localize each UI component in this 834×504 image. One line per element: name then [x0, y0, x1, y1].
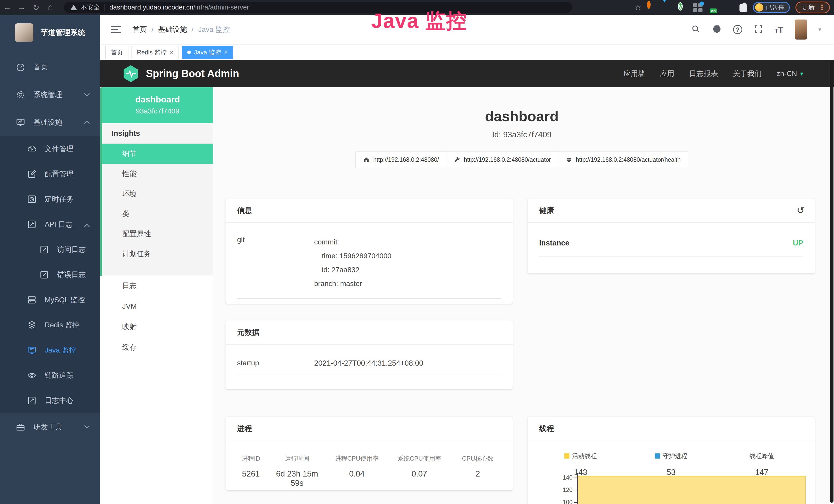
- info-git-row: git commit: time: 1596289704000 id: 27aa…: [237, 235, 501, 299]
- chevron-up-icon: [84, 224, 90, 229]
- sba-nav-applications[interactable]: 应用: [660, 69, 675, 78]
- extension-switch-on-icon[interactable]: on: [709, 3, 719, 12]
- sba-menu-jvm[interactable]: JVM: [102, 296, 213, 317]
- health-url-button[interactable]: http://192.168.0.2:48080/actuator/health: [558, 151, 688, 168]
- sidebar-item-api-logs[interactable]: API 日志: [0, 212, 100, 237]
- health-card-title: 健康: [539, 205, 554, 216]
- threads-card: 线程 活动线程 守护进程 线程峰值 143 53 147 140 120 100: [528, 417, 815, 504]
- sba-nav-wallboard[interactable]: 应用墙: [623, 69, 645, 78]
- sidebar-item-error-logs[interactable]: 错误日志: [0, 262, 100, 287]
- bookmark-star-icon[interactable]: ☆: [634, 3, 641, 12]
- actuator-url-button[interactable]: http://192.168.0.2:48080/actuator: [446, 151, 558, 168]
- sidebar-item-system[interactable]: 系统管理: [0, 81, 100, 109]
- process-card-title: 进程: [225, 417, 513, 441]
- extension-grid-icon[interactable]: [693, 3, 703, 12]
- live-threads-area-series: [578, 476, 806, 504]
- sba-menu-environment[interactable]: 环境: [102, 184, 213, 204]
- tag-redis-monitor[interactable]: Redis 监控 ×: [132, 46, 179, 59]
- url-domain[interactable]: dashboard.yudao.iocoder.cn: [109, 3, 193, 11]
- extensions-puzzle-icon[interactable]: [740, 4, 747, 12]
- page-title: dashboard: [213, 108, 830, 124]
- service-url-button[interactable]: http://192.168.0.2:48080/: [355, 151, 446, 168]
- sba-menu-config-props[interactable]: 配置属性: [102, 224, 213, 244]
- gear-icon: [16, 90, 26, 100]
- sba-brand[interactable]: Spring Boot Admin: [122, 64, 239, 84]
- close-icon[interactable]: ×: [224, 49, 227, 56]
- sba-language-select[interactable]: zh-CN ▾: [777, 70, 803, 78]
- instance-header[interactable]: dashboard 93a3fc7f7409: [102, 87, 213, 123]
- browser-menu-kebab-icon[interactable]: ⋮: [818, 3, 826, 12]
- sidebar-item-config-management[interactable]: 配置管理: [0, 161, 100, 187]
- sidebar-item-redis-monitor[interactable]: Redis 监控: [0, 313, 100, 338]
- sba-nav-about[interactable]: 关于我们: [733, 69, 762, 78]
- breadcrumb-infrastructure[interactable]: 基础设施: [158, 25, 187, 35]
- sba-nav-journal[interactable]: 日志报表: [689, 69, 718, 78]
- home-icon[interactable]: ⌂: [43, 3, 58, 12]
- info-row-label: git: [237, 235, 314, 291]
- extension-leaf-icon[interactable]: [724, 3, 734, 12]
- admin-sidebar: 芋道管理系统 首页 系统管理 基础设施 文件管理 配置管理: [0, 15, 100, 504]
- search-icon[interactable]: [691, 24, 701, 35]
- sba-menu-classes[interactable]: 类: [102, 204, 213, 224]
- sidebar-scrollbar-thumb[interactable]: [100, 87, 102, 276]
- sidebar-item-mysql-monitor[interactable]: MySQL 监控: [0, 287, 100, 313]
- log-icon: [39, 270, 49, 280]
- col-cpu-cores: CPU核心数: [451, 455, 505, 463]
- tag-home[interactable]: 首页: [105, 46, 128, 59]
- cloud-upload-icon: [27, 144, 37, 154]
- user-avatar[interactable]: [795, 20, 807, 40]
- forward-icon[interactable]: →: [14, 3, 29, 12]
- info-row-value: commit: time: 1596289704000 id: 27aa832 …: [314, 235, 391, 291]
- sidebar-item-java-monitor[interactable]: Java 监控: [0, 338, 100, 363]
- metadata-startup-row: startup 2021-04-27T00:44:31.254+08:00: [237, 359, 501, 375]
- val-pid: 5261: [233, 469, 269, 488]
- sba-menu-metrics[interactable]: 性能: [102, 164, 213, 184]
- sidebar-item-tracing[interactable]: 链路追踪: [0, 363, 100, 388]
- sba-menu-logs[interactable]: 日志: [102, 275, 213, 296]
- profile-chip-label: 已暂停: [766, 3, 785, 12]
- process-card: 进程 进程ID 运行时间 进程CPU使用率 系统CPU使用率 CPU核心数 52…: [225, 417, 513, 490]
- timer-icon: [27, 194, 37, 204]
- sidebar-item-log-center[interactable]: 日志中心: [0, 388, 100, 413]
- github-icon[interactable]: [712, 24, 722, 35]
- sba-menu-caches[interactable]: 缓存: [102, 337, 213, 358]
- browser-profile-chip[interactable]: 已暂停: [753, 2, 790, 13]
- hamburger-icon[interactable]: [111, 26, 121, 33]
- tag-java-monitor[interactable]: Java 监控 ×: [182, 46, 233, 59]
- sidebar-item-file-management[interactable]: 文件管理: [0, 136, 100, 161]
- sba-menu-details[interactable]: 细节: [102, 144, 213, 164]
- infra-icon: [16, 117, 26, 128]
- instance-id: 93a3fc7f7409: [102, 107, 213, 115]
- avatar-caret-icon[interactable]: ▾: [818, 26, 821, 33]
- url-path[interactable]: /infra/admin-server: [193, 3, 249, 11]
- text-size-icon[interactable]: TT: [775, 25, 784, 35]
- breadcrumb-home[interactable]: 首页: [133, 25, 147, 35]
- sidebar-item-home[interactable]: 首页: [0, 53, 100, 81]
- browser-update-button[interactable]: 更新 ⋮: [795, 2, 830, 13]
- extension-colorzilla-icon[interactable]: [647, 3, 657, 12]
- help-icon[interactable]: ?: [733, 25, 742, 34]
- back-icon[interactable]: ←: [0, 3, 14, 12]
- sba-menu-scheduled-tasks[interactable]: 计划任务: [102, 244, 213, 264]
- chevron-down-icon: ▾: [800, 70, 803, 77]
- metadata-row-value: 2021-04-27T00:44:31.254+08:00: [314, 359, 423, 367]
- col-pid: 进程ID: [233, 455, 269, 463]
- sidebar-item-infrastructure[interactable]: 基础设施: [0, 109, 100, 136]
- sba-menu-mappings[interactable]: 映射: [102, 317, 213, 337]
- extension-pin-icon[interactable]: [662, 3, 672, 12]
- security-label[interactable]: 不安全: [81, 3, 100, 12]
- sidebar-item-access-logs[interactable]: 访问日志: [0, 237, 100, 262]
- fullscreen-icon[interactable]: [753, 24, 763, 35]
- sidebar-item-dev-tools[interactable]: 研发工具: [0, 413, 100, 441]
- status-badge: UP: [793, 239, 803, 247]
- extension-y-icon[interactable]: y: [678, 3, 687, 12]
- close-icon[interactable]: ×: [170, 49, 173, 56]
- sidebar-item-scheduled-jobs[interactable]: 定时任务: [0, 187, 100, 212]
- health-instance-row: Instance UP: [539, 239, 803, 256]
- history-icon[interactable]: ↺: [797, 205, 805, 216]
- page-scrollbar-thumb[interactable]: [830, 61, 833, 503]
- instance-name: dashboard: [102, 94, 213, 105]
- reload-icon[interactable]: ↻: [29, 3, 43, 12]
- address-bar[interactable]: 不安全 dashboard.yudao.iocoder.cn /infra/ad…: [64, 2, 572, 13]
- health-row-label: Instance: [539, 239, 569, 247]
